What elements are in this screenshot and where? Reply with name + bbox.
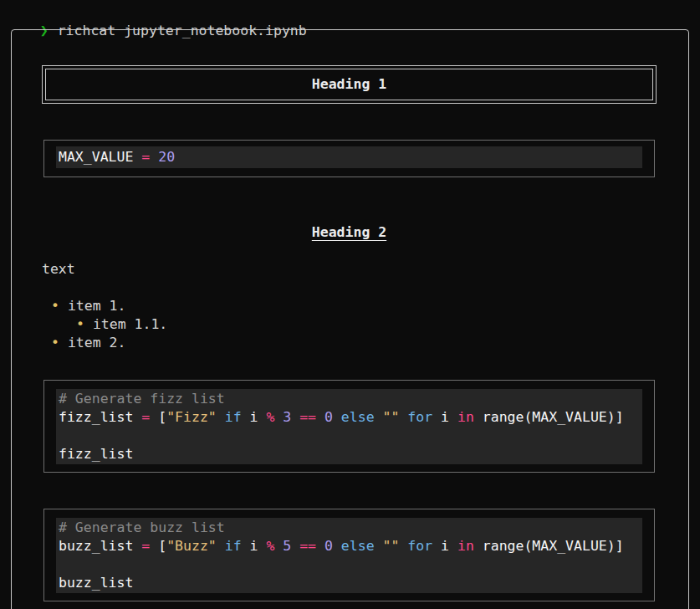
- list-item: • item 2.: [42, 334, 167, 352]
- code-block-buzz: # Generate buzz listbuzz_list = ["Buzz" …: [56, 518, 642, 593]
- code-cell-fizz: # Generate fizz listfizz_list = ["Fizz" …: [43, 380, 655, 473]
- terminal-prompt: ❯richcat jupyter_notebook.ipynb: [7, 3, 307, 22]
- code-block-fizz: # Generate fizz listfizz_list = ["Fizz" …: [56, 389, 642, 464]
- heading2-text: Heading 2: [312, 224, 386, 240]
- markdown-list: • item 1. • item 1.1. • item 2.: [42, 297, 167, 352]
- list-item: • item 1.: [42, 297, 167, 315]
- code-block-max-value: MAX_VALUE = 20: [56, 146, 642, 168]
- heading1-text: Heading 1: [45, 69, 653, 100]
- code-cell-max-value: MAX_VALUE = 20: [43, 140, 655, 177]
- heading1-box: Heading 1: [42, 65, 657, 104]
- terminal-screen: ❯richcat jupyter_notebook.ipynb Heading …: [0, 0, 700, 609]
- code-cell-buzz: # Generate buzz listbuzz_list = ["Buzz" …: [43, 509, 655, 601]
- bullet-icon: •: [51, 298, 68, 314]
- list-item-text: item 1.1.: [93, 316, 167, 332]
- list-item-text: item 1.: [68, 298, 126, 314]
- heading2: Heading 2: [42, 223, 657, 242]
- bullet-icon: •: [76, 316, 93, 332]
- list-item: • item 1.1.: [42, 315, 167, 334]
- paragraph-text: text: [42, 260, 75, 279]
- list-item-text: item 2.: [68, 335, 126, 351]
- bullet-icon: •: [51, 335, 68, 351]
